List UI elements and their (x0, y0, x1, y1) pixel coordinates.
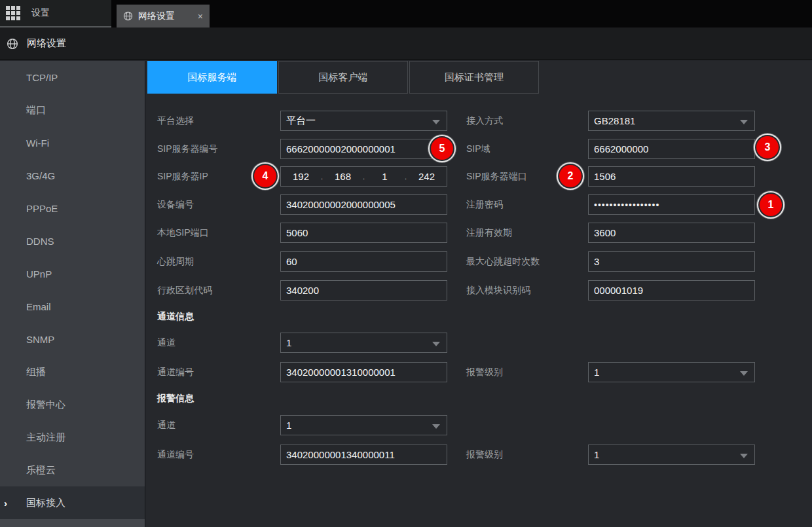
ip-octet-4[interactable]: 242 (407, 171, 447, 182)
sidebar-item-label: 国标接入 (26, 497, 65, 509)
platform-label: 平台选择 (157, 111, 194, 131)
sidebar-item-wifi[interactable]: Wi-Fi (0, 126, 145, 159)
apps-grid-icon[interactable] (6, 6, 20, 20)
local-sip-port-input[interactable]: 5060 (280, 223, 447, 243)
alarm-level-select[interactable]: 1 (588, 362, 755, 382)
alarm-channel-select[interactable]: 1 (280, 415, 447, 435)
device-id-label: 设备编号 (157, 194, 194, 215)
register-valid-period-label: 注册有效期 (466, 223, 512, 243)
sidebar-item-lechange-cloud[interactable]: 乐橙云 (0, 454, 145, 486)
tab-gb-client[interactable]: 国标客户端 (278, 61, 408, 94)
chevron-down-icon (432, 424, 440, 429)
alarm-level-value-2: 1 (594, 449, 599, 460)
register-valid-period-input[interactable]: 3600 (588, 223, 755, 243)
tab-gb-certificate[interactable]: 国标证书管理 (409, 61, 539, 94)
sidebar-item-gb28181-access[interactable]: › 国标接入 (0, 486, 145, 519)
admin-region-code-value: 340200 (286, 285, 319, 296)
sidebar-item-tcpip[interactable]: TCP/IP (0, 61, 145, 94)
sidebar-item-label: UPnP (26, 268, 52, 280)
channel-id-label: 通道编号 (157, 362, 194, 382)
gb28181-settings-screen: { "topbar": { "tabs": [ { "label": "设置" … (0, 0, 812, 527)
tab-gb-server[interactable]: 国标服务端 (147, 61, 277, 94)
channel-select[interactable]: 1 (280, 333, 447, 353)
page-header: 网络设置 (0, 27, 812, 60)
sidebar-item-label: Wi-Fi (26, 137, 49, 149)
register-valid-period-value: 3600 (594, 227, 616, 238)
local-sip-port-value: 5060 (286, 227, 308, 238)
annotation-badge-1: 1 (760, 194, 782, 216)
sip-server-id-input[interactable]: 66620000002000000001 (280, 139, 447, 159)
platform-value: 平台一 (286, 115, 316, 127)
max-heartbeat-timeout-value: 3 (594, 256, 599, 267)
chevron-down-icon (740, 120, 748, 124)
chevron-down-icon (740, 371, 748, 376)
alarm-level-value: 1 (594, 367, 599, 378)
device-id-input[interactable]: 34020000002000000005 (280, 194, 447, 215)
sip-server-id-value: 66620000002000000001 (286, 143, 396, 154)
access-module-id-input[interactable]: 000001019 (588, 280, 755, 300)
alarm-level-select-2[interactable]: 1 (588, 445, 755, 465)
sidebar-item-3g4g[interactable]: 3G/4G (0, 159, 145, 192)
heartbeat-period-input[interactable]: 60 (280, 251, 447, 272)
channel-value: 1 (286, 337, 291, 348)
register-password-value: ••••••••••••••••• (594, 200, 659, 210)
page-title: 网络设置 (27, 37, 66, 50)
sidebar-item-multicast[interactable]: 组播 (0, 355, 145, 388)
local-sip-port-label: 本地SIP端口 (157, 223, 209, 243)
admin-region-code-input[interactable]: 340200 (280, 280, 447, 300)
sip-server-port-value: 1506 (594, 171, 616, 182)
sidebar-bottom-strip (0, 519, 145, 527)
sidebar-item-port[interactable]: 端口 (0, 94, 145, 126)
max-heartbeat-timeout-label: 最大心跳超时次数 (466, 251, 540, 272)
sidebar-item-label: SNMP (26, 334, 54, 345)
ip-octet-3[interactable]: 1 (365, 171, 405, 182)
sidebar-item-label: 3G/4G (26, 170, 55, 181)
alarm-channel-id-label: 通道编号 (157, 445, 194, 465)
sidebar-item-label: TCP/IP (26, 72, 58, 83)
sidebar-item-snmp[interactable]: SNMP (0, 323, 145, 355)
chevron-down-icon (432, 342, 440, 346)
window-tab-network-settings[interactable]: 网络设置 × (117, 5, 210, 27)
alarm-level-label-2: 报警级别 (466, 445, 503, 465)
window-tab-network-settings-label: 网络设置 (138, 10, 175, 22)
sip-domain-value: 6662000000 (594, 143, 648, 154)
register-password-input[interactable]: ••••••••••••••••• (588, 194, 755, 215)
chevron-down-icon (740, 454, 748, 458)
access-mode-value: GB28181 (594, 115, 635, 126)
close-icon[interactable]: × (198, 12, 203, 21)
sidebar-item-email[interactable]: Email (0, 290, 145, 323)
ip-octet-2[interactable]: 168 (323, 171, 363, 182)
access-mode-select[interactable]: GB28181 (588, 111, 755, 131)
annotation-badge-2: 2 (559, 165, 581, 187)
sip-server-ip-input[interactable]: 192 . 168 . 1 . 242 (280, 166, 447, 187)
sidebar-item-ddns[interactable]: DDNS (0, 225, 145, 257)
sidebar-item-label: 乐橙云 (26, 464, 56, 477)
ip-octet-1[interactable]: 192 (281, 171, 321, 182)
access-module-id-label: 接入模块识别码 (466, 280, 530, 300)
sidebar-item-label: 端口 (26, 104, 46, 117)
heartbeat-period-label: 心跳周期 (157, 251, 194, 272)
max-heartbeat-timeout-input[interactable]: 3 (588, 251, 755, 272)
access-module-id-value: 000001019 (594, 285, 643, 296)
sidebar-item-pppoe[interactable]: PPPoE (0, 192, 145, 225)
channel-info-section-title: 通道信息 (157, 311, 194, 323)
alarm-channel-id-input[interactable]: 34020000001340000011 (280, 445, 447, 465)
sip-server-id-label: SIP服务器编号 (157, 139, 218, 159)
channel-id-value: 34020000001310000001 (286, 367, 396, 378)
sidebar-item-upnp[interactable]: UPnP (0, 257, 145, 290)
sidebar-item-alarm-center[interactable]: 报警中心 (0, 388, 145, 421)
window-tab-settings[interactable]: 设置 (0, 0, 111, 27)
sip-server-port-input[interactable]: 1506 (588, 166, 755, 187)
access-mode-label: 接入方式 (466, 111, 503, 131)
sidebar-item-label: PPPoE (26, 203, 58, 214)
top-window-bar: 设置 网络设置 × (0, 0, 812, 27)
platform-select[interactable]: 平台一 (280, 111, 447, 131)
sip-domain-input[interactable]: 6662000000 (588, 139, 755, 159)
alarm-channel-label: 通道 (157, 415, 175, 435)
channel-id-input[interactable]: 34020000001310000001 (280, 362, 447, 382)
register-password-label: 注册密码 (466, 194, 503, 215)
sidebar-item-label: 组播 (26, 366, 46, 378)
sidebar-item-auto-register[interactable]: 主动注册 (0, 421, 145, 454)
channel-label: 通道 (157, 333, 175, 353)
alarm-info-section-title: 报警信息 (157, 393, 194, 405)
